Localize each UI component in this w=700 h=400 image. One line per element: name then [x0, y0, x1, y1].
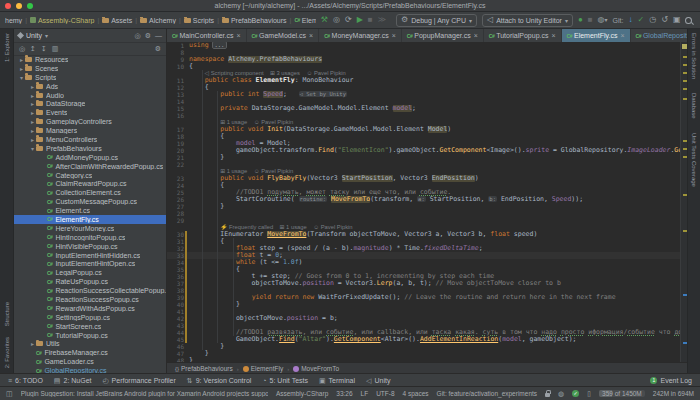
editor-tab[interactable]: C#ElementFly.cs× [562, 29, 631, 42]
expand-arrow-icon[interactable]: ▸ [29, 127, 36, 134]
tree-item[interactable]: C#ClaimRewardPopup.cs [14, 179, 166, 188]
code-line-14[interactable]: 14 [167, 98, 688, 105]
code-line-38[interactable]: 38 [167, 287, 688, 294]
editor-tab[interactable]: C#MoneyManager.cs× [319, 29, 402, 42]
locate-icon[interactable]: ◎ [135, 32, 141, 40]
search-icon[interactable] [685, 17, 692, 24]
run-icon[interactable]: ▶ [357, 12, 363, 28]
close-tab-icon[interactable]: × [551, 32, 555, 39]
close-tab-icon[interactable]: × [620, 32, 624, 39]
scroll-from-source-icon[interactable]: ↧ [41, 45, 47, 53]
expand-arrow-icon[interactable]: ▸ [29, 100, 36, 107]
gutter-line-number[interactable]: 24 [167, 182, 187, 189]
expand-arrow-icon[interactable]: ▸ [29, 92, 36, 99]
code-line-36[interactable]: 36 t += step; // Goes from 0 to 1, incre… [167, 273, 688, 280]
expand-arrow-icon[interactable]: ▸ [29, 109, 36, 116]
tool-window-button-tests[interactable]: ◔5: Unit Tests [262, 377, 308, 385]
project-panel-header[interactable]: Unity ▾ ◎ ⚙ — [14, 29, 166, 43]
code-line-22[interactable]: 22 [167, 161, 688, 168]
memory-indicator-2[interactable]: 242M in 694M [653, 390, 694, 397]
code-line-40[interactable]: 40 } [167, 301, 688, 308]
gutter-line-number[interactable]: 32 [167, 245, 187, 252]
close-tab-icon[interactable]: × [392, 32, 396, 39]
tree-item[interactable]: C#RewardWithAdsPopup.cs [14, 304, 166, 313]
code-line-11[interactable]: 11 public class ElementFly: MonoBehaviou… [167, 77, 688, 84]
tree-item[interactable]: C#Category.cs [14, 171, 166, 180]
breadcrumb-elementfly[interactable]: ElementFly [243, 365, 284, 372]
tree-item[interactable]: C#CollectionElement.cs [14, 188, 166, 197]
tree-item[interactable]: C#RateUsPopup.cs [14, 277, 166, 286]
editor-tab[interactable]: C#PopupManager.cs× [402, 29, 484, 42]
tool-window-button-nuget[interactable]: ▤2: NuGet [54, 377, 92, 385]
tree-item[interactable]: ▸Audio [14, 91, 166, 100]
tool-stripe-button-unit-tests-coverage[interactable]: Unit Tests Coverage [691, 133, 697, 187]
toolbar-breadcrumb[interactable]: Assembly-CSharp [30, 17, 94, 24]
run-config-select[interactable]: ⚙ Debug | Any CPU ▾ [396, 14, 477, 27]
coverage-icon[interactable]: ◍▾ [598, 12, 608, 28]
gutter-line-number[interactable]: 33 [167, 252, 187, 259]
gutter-line-number[interactable]: 1 [167, 42, 187, 49]
code-line-45[interactable]: 45 GameObject.Find("Altar").GetComponent… [167, 336, 688, 343]
gutter-line-number[interactable]: 36 [167, 273, 187, 280]
gutter-line-number[interactable] [167, 119, 187, 126]
gutter-line-number[interactable]: 10 [167, 63, 187, 70]
tree-item[interactable]: C#SettingsPopup.cs [14, 313, 166, 322]
stop-debug-icon[interactable]: ■ [588, 12, 593, 28]
gutter-line-number[interactable]: 22 [167, 161, 187, 168]
code-line-9[interactable]: 9namespace Alchemy.PrefabBehaviours [167, 56, 688, 63]
tool-stripe-button----favorites[interactable]: 2: Favorites [4, 337, 10, 368]
gutter-line-number[interactable]: 9 [167, 56, 187, 63]
code-line-32[interactable]: 32 float step = (speed / (a - b).magnitu… [167, 245, 688, 252]
inlay-annotation[interactable]: ⊞ 1 usage ☺ Pavel Pipkin [189, 119, 293, 125]
tree-item[interactable]: ▾Scripts [14, 73, 166, 82]
breadcrumb-prefabbehaviours[interactable]: {}PrefabBehaviours [175, 365, 233, 372]
tree-item[interactable]: C#AddMoneyPopup.cs [14, 153, 166, 162]
memory-indicator[interactable]: 359 of 1450M [599, 390, 645, 397]
toolbar-breadcrumb[interactable]: C#ElementFly.cs [294, 17, 315, 24]
tree-item[interactable]: ▸MenuControllers [14, 135, 166, 144]
gutter-line-number[interactable]: 23 [167, 175, 187, 182]
highlighting-level-icon[interactable]: ◍ [558, 390, 564, 398]
toolbar-breadcrumb[interactable]: Scripts [184, 17, 214, 24]
tool-stripe-button-errors-in-solution[interactable]: Errors in Solution [691, 33, 697, 79]
code-line-44[interactable]: 44 //TODO1 развязать, или событие, или c… [167, 329, 688, 336]
gutter-line-number[interactable]: 26 [167, 196, 187, 203]
expand-arrow-icon[interactable]: ▸ [18, 56, 25, 63]
gutter-line-number[interactable]: 40 [167, 301, 187, 308]
gutter-line-number[interactable]: 16 [167, 112, 187, 119]
resume-icon[interactable]: ≫ [378, 12, 386, 28]
gutter-line-number[interactable]: 44 [167, 329, 187, 336]
gutter-line-number[interactable]: 17 [167, 126, 187, 133]
code-line-33[interactable]: 33 float t = 0; [167, 252, 688, 259]
gutter-line-number[interactable]: 46 [167, 343, 187, 350]
code-line-39[interactable]: 39 yield return new WaitForFixedUpdate()… [167, 294, 688, 301]
gutter-line-number[interactable]: 31 [167, 238, 187, 245]
gutter-line-number[interactable] [167, 70, 187, 77]
inlay-annotation[interactable]: ⊞ 1 usage ☺ Pavel Pipkin [189, 168, 293, 174]
tree-item[interactable]: C#ElementFly.cs [14, 215, 166, 224]
expand-arrow-icon[interactable]: ▸ [29, 83, 36, 90]
code-line-15[interactable]: 15 private DataStorage.GameModel.Model.E… [167, 105, 688, 112]
gutter-line-number[interactable]: 34 [167, 259, 187, 266]
code-line-8[interactable]: 8 [167, 49, 688, 56]
gutter-line-number[interactable]: 19 [167, 140, 187, 147]
code-line-18[interactable]: 18 { [167, 133, 688, 140]
gutter-line-number[interactable]: 45 [167, 336, 187, 343]
rollback-icon[interactable]: ↺ [661, 12, 668, 28]
gutter-line-number[interactable]: 15 [167, 105, 187, 112]
gutter-line-number[interactable]: 20 [167, 147, 187, 154]
breadcrumb-movefromto[interactable]: MoveFromTo [293, 365, 339, 372]
git-branch[interactable]: Git: feature/activation_experiments [437, 390, 537, 397]
tree-item[interactable]: ▸DataStorage [14, 99, 166, 108]
code-line-13[interactable]: 13 public int Speed; ◁ Set by Unity [167, 91, 688, 98]
code-line[interactable]: ⚡ Frequently called ⊞ 1 usage ☺ Pavel Pi… [167, 224, 688, 231]
tree-item[interactable]: C#InputElementHintHidden.cs [14, 251, 166, 260]
code-line-43[interactable]: 43 [167, 322, 688, 329]
tree-item[interactable]: ▸Utils [14, 340, 166, 349]
select-opened-file-icon[interactable]: ◎ [19, 45, 25, 53]
gutter-line-number[interactable]: 42 [167, 315, 187, 322]
hide-panel-icon[interactable]: — [155, 32, 162, 40]
tree-item[interactable]: C#StartScreen.cs [14, 322, 166, 331]
status-message[interactable]: Plugin Suggestion: Install JetBrains And… [21, 390, 268, 397]
gutter-line-number[interactable]: 14 [167, 98, 187, 105]
